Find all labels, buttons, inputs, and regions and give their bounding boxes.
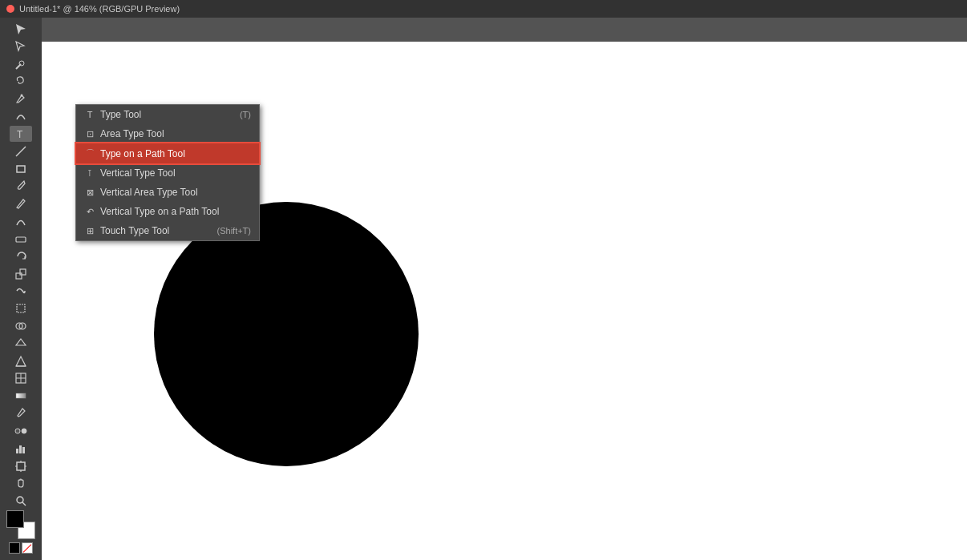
- scale-tool[interactable]: [10, 266, 32, 282]
- canvas-area: T Type Tool (T) ⊡ Area Type Tool ⌒ Type …: [42, 18, 967, 560]
- vertical-area-type-tool-icon: ⊠: [84, 187, 95, 198]
- svg-point-28: [17, 497, 23, 503]
- vertical-type-on-path-tool-icon: ↶: [84, 207, 95, 217]
- touch-type-tool-icon: ⊞: [84, 226, 95, 236]
- default-colors-btn[interactable]: [9, 542, 20, 554]
- context-menu: T Type Tool (T) ⊡ Area Type Tool ⌒ Type …: [75, 104, 260, 241]
- hand-tool[interactable]: [10, 476, 32, 492]
- svg-point-19: [22, 429, 26, 433]
- vertical-type-tool-icon: ⊺: [84, 168, 95, 179]
- eyedropper-tool[interactable]: [10, 405, 32, 421]
- main-area: T: [0, 18, 967, 560]
- gradient-tool[interactable]: [10, 388, 32, 404]
- svg-rect-5: [17, 166, 25, 172]
- type-tool-icon: T: [84, 110, 95, 119]
- artboard-tool[interactable]: [10, 458, 32, 474]
- paintbrush-tool[interactable]: [10, 178, 32, 194]
- menu-item-vertical-type-tool-label: Vertical Type Tool: [100, 167, 176, 179]
- toolbar: T: [0, 18, 42, 560]
- svg-text:T: T: [17, 129, 23, 140]
- color-swatches[interactable]: [6, 510, 35, 539]
- svg-rect-22: [22, 447, 25, 453]
- svg-line-6: [17, 207, 18, 208]
- menu-item-area-type-tool[interactable]: ⊡ Area Type Tool: [76, 124, 259, 143]
- menu-item-vertical-area-type-tool-label: Vertical Area Type Tool: [100, 187, 198, 198]
- svg-line-29: [22, 502, 26, 506]
- black-circle: [154, 202, 419, 466]
- curvature-tool[interactable]: [10, 108, 32, 124]
- menu-item-touch-type-tool-label: Touch Type Tool: [100, 225, 169, 236]
- menu-item-area-type-tool-label: Area Type Tool: [100, 128, 164, 139]
- line-tool[interactable]: [10, 143, 32, 159]
- svg-rect-10: [17, 304, 25, 312]
- warp-tool[interactable]: [10, 283, 32, 299]
- live-paint-tool[interactable]: [10, 336, 32, 352]
- menu-item-vertical-type-tool[interactable]: ⊺ Vertical Type Tool: [76, 163, 259, 183]
- title-bar-title: Untitled-1* @ 146% (RGB/GPU Preview): [19, 4, 180, 14]
- color-area: [6, 510, 35, 554]
- shaper-tool[interactable]: [10, 213, 32, 229]
- swap-colors-btn[interactable]: [22, 542, 33, 554]
- menu-item-touch-type-tool[interactable]: ⊞ Touch Type Tool (Shift+T): [76, 221, 259, 240]
- svg-rect-17: [16, 393, 26, 398]
- menu-item-type-tool[interactable]: T Type Tool (T): [76, 105, 259, 124]
- pencil-tool[interactable]: [10, 195, 32, 212]
- lasso-tool[interactable]: [10, 73, 32, 89]
- svg-line-4: [16, 147, 26, 156]
- menu-item-type-on-path-tool-label: Type on a Path Tool: [100, 148, 185, 159]
- menu-item-type-on-path-tool[interactable]: ⌒ Type on a Path Tool: [76, 143, 259, 163]
- zoom-tool[interactable]: [10, 493, 32, 509]
- svg-rect-9: [20, 269, 26, 275]
- mini-swatches: [9, 542, 33, 554]
- close-button[interactable]: [6, 5, 14, 13]
- area-type-tool-icon: ⊡: [84, 129, 95, 139]
- shape-builder-tool[interactable]: [10, 318, 32, 334]
- svg-rect-7: [16, 237, 26, 242]
- type-tool-shortcut: (T): [240, 110, 251, 119]
- pen-tool[interactable]: [10, 91, 32, 107]
- rect-tool[interactable]: [10, 161, 32, 177]
- menu-item-type-tool-label: Type Tool: [100, 109, 141, 120]
- direct-selection-tool[interactable]: [10, 38, 32, 54]
- svg-point-1: [19, 61, 24, 66]
- type-on-path-tool-icon: ⌒: [84, 147, 95, 159]
- selection-tool[interactable]: [10, 21, 32, 37]
- title-bar: Untitled-1* @ 146% (RGB/GPU Preview): [0, 0, 967, 18]
- rotate-tool[interactable]: [10, 248, 32, 264]
- perspective-grid-tool[interactable]: [10, 353, 32, 369]
- blend-tool[interactable]: [10, 423, 32, 439]
- mesh-tool[interactable]: [10, 371, 32, 387]
- foreground-color-swatch[interactable]: [6, 510, 24, 528]
- menu-item-vertical-type-on-path-tool-label: Vertical Type on a Path Tool: [100, 206, 219, 217]
- menu-item-vertical-area-type-tool[interactable]: ⊠ Vertical Area Type Tool: [76, 183, 259, 202]
- svg-rect-20: [16, 449, 18, 453]
- magic-wand-tool[interactable]: [10, 56, 32, 72]
- svg-rect-8: [16, 273, 22, 279]
- free-transform-tool[interactable]: [10, 300, 32, 316]
- svg-rect-21: [19, 445, 22, 453]
- eraser-tool[interactable]: [10, 231, 32, 247]
- svg-rect-23: [17, 462, 25, 470]
- svg-point-18: [15, 429, 20, 433]
- column-graph-tool[interactable]: [10, 441, 32, 457]
- type-tool-btn[interactable]: T: [10, 126, 32, 142]
- svg-point-2: [21, 95, 23, 97]
- touch-type-tool-shortcut: (Shift+T): [217, 226, 251, 236]
- menu-item-vertical-type-on-path-tool[interactable]: ↶ Vertical Type on a Path Tool: [76, 202, 259, 221]
